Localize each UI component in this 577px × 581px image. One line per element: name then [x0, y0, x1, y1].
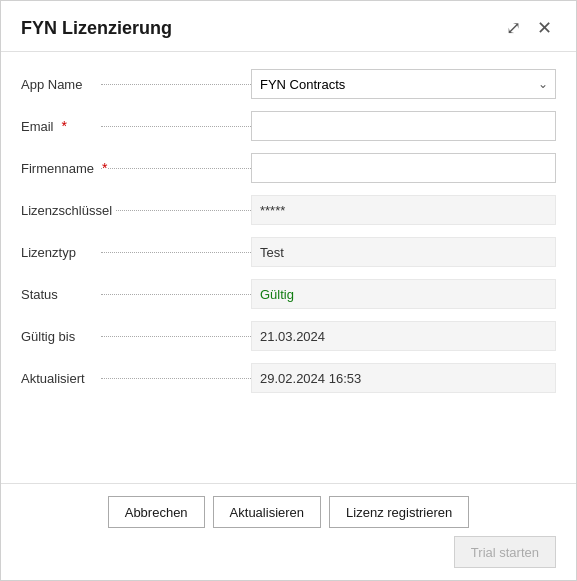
- expand-icon: ⤢: [506, 19, 521, 37]
- footer-buttons-main: Abbrechen Aktualisieren Lizenz registrie…: [21, 496, 556, 528]
- firmenname-required-star: *: [102, 160, 107, 176]
- app-name-label: App Name: [21, 77, 251, 92]
- aktualisiert-label: Aktualisiert: [21, 371, 251, 386]
- aktualisiert-row: Aktualisiert 29.02.2024 16:53: [21, 362, 556, 394]
- gueltig-bis-static: 21.03.2024: [251, 321, 556, 351]
- expand-button[interactable]: ⤢: [502, 17, 525, 39]
- firmenname-value: [251, 153, 556, 183]
- status-static: Gültig: [251, 279, 556, 309]
- dialog-title: FYN Lizenzierung: [21, 18, 172, 39]
- dialog-header: FYN Lizenzierung ⤢ ✕: [1, 1, 576, 52]
- email-value: [251, 111, 556, 141]
- close-button[interactable]: ✕: [533, 17, 556, 39]
- app-name-select[interactable]: FYN Contracts: [251, 69, 556, 99]
- aktualisieren-button[interactable]: Aktualisieren: [213, 496, 321, 528]
- abbrechen-button[interactable]: Abbrechen: [108, 496, 205, 528]
- email-required-star: *: [62, 118, 67, 134]
- lizenzschluessel-value: *****: [251, 195, 556, 225]
- status-value: Gültig: [251, 279, 556, 309]
- gueltig-bis-value: 21.03.2024: [251, 321, 556, 351]
- dialog: FYN Lizenzierung ⤢ ✕ App Name FYN Contra…: [0, 0, 577, 581]
- app-name-select-wrapper: FYN Contracts ⌄: [251, 69, 556, 99]
- app-name-value: FYN Contracts ⌄: [251, 69, 556, 99]
- lizenztyp-value: Test: [251, 237, 556, 267]
- lizenzschluessel-row: Lizenzschlüssel *****: [21, 194, 556, 226]
- lizenz-registrieren-button[interactable]: Lizenz registrieren: [329, 496, 469, 528]
- lizenzschluessel-static: *****: [251, 195, 556, 225]
- firmenname-row: Firmenname *: [21, 152, 556, 184]
- trial-starten-button: Trial starten: [454, 536, 556, 568]
- lizenztyp-static: Test: [251, 237, 556, 267]
- lizenzschluessel-label: Lizenzschlüssel: [21, 203, 251, 218]
- status-row: Status Gültig: [21, 278, 556, 310]
- email-input[interactable]: [251, 111, 556, 141]
- header-icons: ⤢ ✕: [502, 17, 556, 39]
- firmenname-input[interactable]: [251, 153, 556, 183]
- close-icon: ✕: [537, 19, 552, 37]
- gueltig-bis-label: Gültig bis: [21, 329, 251, 344]
- app-name-row: App Name FYN Contracts ⌄: [21, 68, 556, 100]
- lizenztyp-label: Lizenztyp: [21, 245, 251, 260]
- gueltig-bis-row: Gültig bis 21.03.2024: [21, 320, 556, 352]
- aktualisiert-value: 29.02.2024 16:53: [251, 363, 556, 393]
- firmenname-label: Firmenname *: [21, 160, 251, 176]
- dialog-body: App Name FYN Contracts ⌄ Email *: [1, 52, 576, 483]
- email-label: Email *: [21, 118, 251, 134]
- dialog-footer: Abbrechen Aktualisieren Lizenz registrie…: [1, 483, 576, 580]
- email-row: Email *: [21, 110, 556, 142]
- status-label: Status: [21, 287, 251, 302]
- lizenztyp-row: Lizenztyp Test: [21, 236, 556, 268]
- footer-buttons-secondary: Trial starten: [21, 536, 556, 568]
- aktualisiert-static: 29.02.2024 16:53: [251, 363, 556, 393]
